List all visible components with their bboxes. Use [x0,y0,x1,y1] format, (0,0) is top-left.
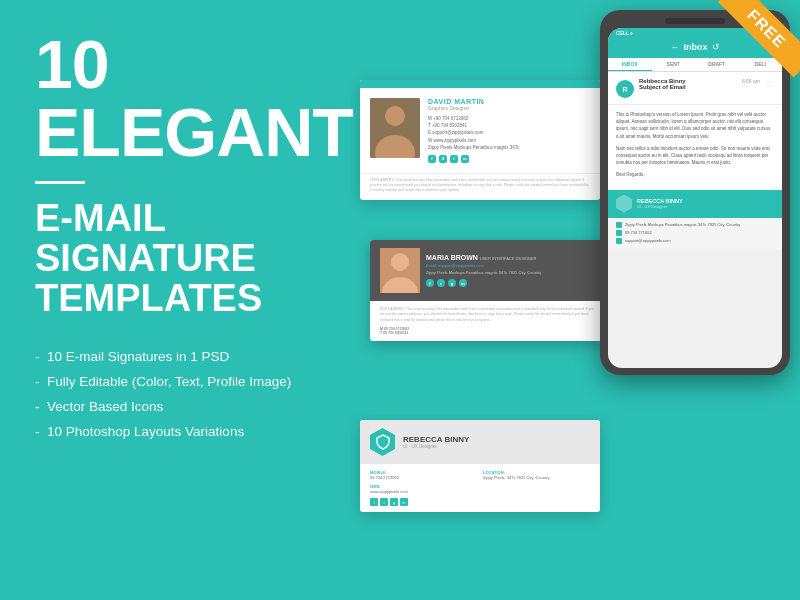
card3-location-value: Zippy Pixels, 347c 7825 City, Country [483,475,590,480]
phone-sig-addr: Zippy Pixels Mockups Penatibus magnis 34… [625,222,740,227]
svg-point-1 [385,106,405,126]
phone-icon [616,230,622,236]
card2-social: f t g in [426,279,600,287]
card3-fb-icon: f [370,498,378,506]
card1-phone1: M +90 704 6713062 [428,115,590,122]
phone-signature-card: REBECCA BINNY UI - UX Designer [608,190,782,218]
email-body-p1: This is Photoshop's version of Lorem Ips… [616,111,774,140]
shield-icon [370,428,395,456]
card3-header: REBECCA BINNY UI - UX Designer [360,420,600,464]
card3-body: MOBILE: 09 704 6713062 WEB: www.zippypix… [360,464,600,512]
free-banner: FREE [710,0,800,90]
tab-sent[interactable]: SENT [652,58,696,71]
social-gplus-icon: 8 [439,155,447,163]
svg-point-4 [391,253,409,271]
phone-sig-phone: 09 734 771062 [625,230,652,235]
social-tw-icon: t [437,279,445,287]
subtitle-line2: SIGNATURE [35,237,256,279]
card1-disclaimer: DISCLAIMERS: This email and any files tr… [360,173,600,200]
subtitle: E-MAIL SIGNATURE TEMPLATES [35,199,330,319]
card3-tw-icon: t [380,498,388,506]
card2-phone2: T 09 704 8302641 [380,331,600,335]
card3-gp-icon: g [390,498,398,506]
feature-2: Fully Editable (Color, Text, Profile Ima… [35,374,330,389]
social-facebook-icon: f [428,155,436,163]
social-fb-icon: f [426,279,434,287]
email-body-regards: Best Regards, [616,171,774,178]
social-linkedin-icon: in [461,155,469,163]
features-list: 10 E-mail Signatures in 1 PSD Fully Edit… [35,349,330,449]
card2-contact: M 09 704 6713062 T 09 704 8302641 [380,327,600,335]
card1-photo [370,98,420,158]
phone-sig-addr-row: Zippy Pixels Mockups Penatibus magnis 34… [616,222,774,228]
subtitle-line3: TEMPLATES [35,277,262,319]
feature-4: 10 Photoshop Layouts Variations [35,424,330,439]
title-divider [35,181,85,184]
email-icon [616,238,622,244]
card1-phone2: T +90 734 8302841 [428,122,590,129]
card3-social: f t g in [370,498,477,506]
card1-web: W www.zippypixels.com [428,137,590,144]
feature-1: 10 E-mail Signatures in 1 PSD [35,349,330,364]
card1-email: E support@zippypixels.com [428,129,590,136]
mockup-container: DAVID MARTIN Graphics Designer M +90 704… [350,20,620,580]
card3-name: REBECCA BINNY [403,435,590,444]
left-panel: 10 ELEGANT E-MAIL SIGNATURE TEMPLATES 10… [0,0,360,600]
card2-disclaimer: DISCLAIMERS: This email and any files tr… [380,307,600,323]
card1-details: M +90 704 6713062 T +90 734 8302841 E su… [428,115,590,151]
card2-header-info: MARIA BROWN User Interface Designer Emai… [426,254,600,287]
phone-mockup: CELL ♦ 4:21 PM ← Inbox ↺ INBOX SENT DRAF… [600,10,800,590]
card3-right-col: LOCATION: Zippy Pixels, 347c 7825 City, … [483,470,590,506]
card1-address: Zippy Pixels Mockups Penatibus magnis 34… [428,144,590,151]
card2-body: DISCLAIMERS: This email and any files tr… [370,301,610,341]
social-li-icon: in [459,279,467,287]
card3-role: UI - UX Designer [403,444,590,449]
location-icon [616,222,622,228]
card1-info: DAVID MARTIN Graphics Designer M +90 704… [428,98,590,163]
card1-name: DAVID MARTIN [428,98,590,105]
card2-maria-brown: MARIA BROWN User Interface Designer Emai… [370,240,610,341]
card3-li-icon: in [400,498,408,506]
card1-role: Graphics Designer [428,105,590,111]
phone-email-body: This is Photoshop's version of Lorem Ips… [608,105,782,190]
tab-inbox[interactable]: INBOX [608,58,652,71]
card3-info: REBECCA BINNY UI - UX Designer [403,435,590,449]
phone-sig-phone-row: 09 734 771062 [616,230,774,236]
email-body-p2: Nam nec tellus a odio tincidunt auctor a… [616,145,774,167]
card3-web-value: www.zippypixels.com [370,489,477,494]
card2-header: MARIA BROWN User Interface Designer Emai… [370,240,610,301]
card1-header [360,80,600,88]
phone-sig-email-row: support@zippypixels.com [616,238,774,244]
card3-left-col: MOBILE: 09 704 6713062 WEB: www.zippypix… [370,470,477,506]
card1-david-martin: DAVID MARTIN Graphics Designer M +90 704… [360,80,600,200]
social-gp-icon: g [448,279,456,287]
card3-mobile-value: 09 704 6713062 [370,475,477,480]
phone-shield-icon [616,195,632,213]
phone-status-left: CELL ♦ [616,30,633,36]
social-twitter-icon: t [450,155,458,163]
phone-sig-role: UI - UX Designer [637,204,774,209]
main-title: 10 ELEGANT [35,30,330,166]
card2-photo [380,248,420,293]
card1-social: f 8 t in [428,155,590,163]
card1-content: DAVID MARTIN Graphics Designer M +90 704… [360,88,600,173]
phone-sig-contact: Zippy Pixels Mockups Penatibus magnis 34… [608,218,782,250]
card3-rebecca-binny: REBECCA BINNY UI - UX Designer MOBILE: 0… [360,420,600,512]
subtitle-line1: E-MAIL [35,197,166,239]
card2-address: Zippy Pixels Mockups Penatibus magnis 34… [426,270,600,275]
phone-inbox-title: Inbox [684,42,708,52]
phone-sig-info: REBECCA BINNY UI - UX Designer [637,198,774,209]
right-panel: DAVID MARTIN Graphics Designer M +90 704… [340,0,800,600]
card2-name: MARIA BROWN User Interface Designer [426,254,600,261]
card2-email: Email: support@zippypixels.com [426,263,600,268]
free-label: FREE [718,0,800,77]
feature-3: Vector Based Icons [35,399,330,414]
email-sender-avatar: R [616,80,634,98]
phone-sig-email: support@zippypixels.com [625,238,671,243]
